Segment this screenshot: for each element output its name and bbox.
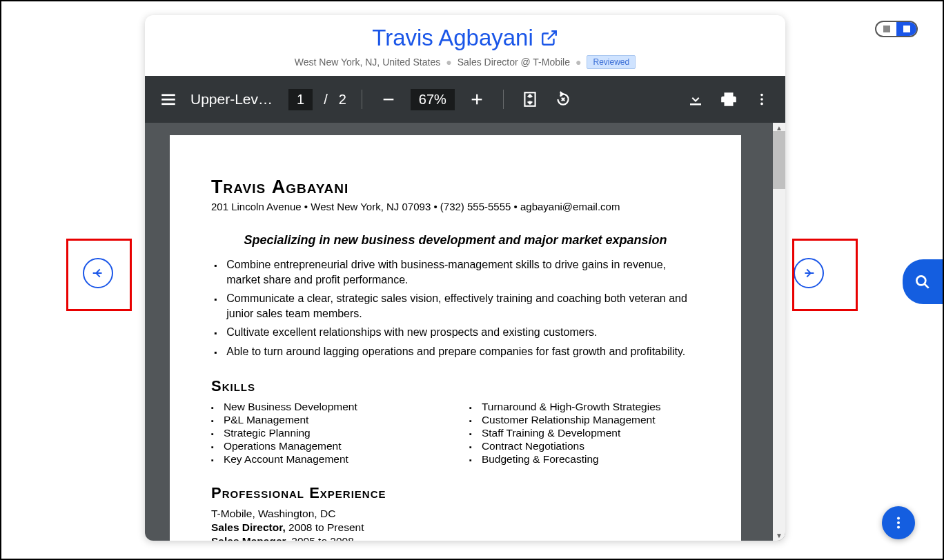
exp-company: T-Mobile, Washington, DC <box>211 508 700 520</box>
skill: Operations Management <box>224 440 342 452</box>
toolbar-divider <box>362 90 362 109</box>
annotation-highlight-left <box>66 239 132 311</box>
resume-viewer-card: Travis Agbayani West New York, NJ, Unite… <box>145 15 785 541</box>
skill: New Business Development <box>224 401 357 413</box>
card-header: Travis Agbayani West New York, NJ, Unite… <box>145 15 785 76</box>
exp-role: Sales Director, 2008 to Present <box>211 521 700 534</box>
rotate-icon[interactable] <box>552 88 574 110</box>
pdf-viewport[interactable]: Travis Agbayani 201 Lincoln Avenue • Wes… <box>145 123 785 541</box>
fab-more-button[interactable] <box>882 506 915 539</box>
more-vertical-icon[interactable] <box>751 88 773 110</box>
candidate-name[interactable]: Travis Agbayani <box>372 25 533 51</box>
toggle-option-left[interactable] <box>876 22 896 36</box>
resume-highlights: Combine entrepreneurial drive with busin… <box>211 257 700 359</box>
toggle-option-right[interactable] <box>896 22 916 36</box>
dot-separator: ● <box>446 57 451 68</box>
svg-rect-7 <box>690 103 701 106</box>
bullet: Combine entrepreneurial drive with busin… <box>226 257 700 287</box>
svg-point-12 <box>897 517 900 520</box>
status-badge: Reviewed <box>587 55 636 69</box>
skill: P&L Management <box>224 414 309 426</box>
pdf-page: Travis Agbayani 201 Lincoln Avenue • Wes… <box>170 135 741 541</box>
skill: Customer Relationship Management <box>482 414 656 426</box>
annotation-highlight-right <box>792 239 858 311</box>
svg-rect-5 <box>476 94 478 105</box>
exp-role: Sales Manager, 2005 to 2008 <box>211 535 700 541</box>
hamburger-icon[interactable] <box>157 88 179 110</box>
skill: Key Account Management <box>224 453 348 466</box>
zoom-level[interactable]: 67% <box>411 89 455 110</box>
svg-rect-2 <box>161 103 175 105</box>
svg-point-13 <box>897 521 900 524</box>
svg-rect-3 <box>383 99 393 100</box>
external-link-icon[interactable] <box>540 29 558 47</box>
skill: Contract Negotiations <box>482 440 584 452</box>
page-total: 2 <box>339 92 346 108</box>
candidate-role: Sales Director @ T-Mobile <box>458 57 570 68</box>
skill: Budgeting & Forecasting <box>482 453 599 466</box>
zoom-in-icon[interactable] <box>466 88 488 110</box>
candidate-meta: West New York, NJ, United States ● Sales… <box>159 55 771 69</box>
skills-grid: New Business Development P&L Management … <box>211 401 700 466</box>
candidate-location: West New York, NJ, United States <box>295 57 440 68</box>
skill: Staff Training & Development <box>482 427 620 439</box>
view-toggle[interactable] <box>875 21 918 37</box>
candidate-name-row: Travis Agbayani <box>372 25 558 51</box>
svg-rect-0 <box>161 94 175 96</box>
skill: Turnaround & High-Growth Strategies <box>482 401 661 413</box>
scrollbar-thumb[interactable] <box>773 131 785 189</box>
bullet: Cultivate excellent relationships with n… <box>226 325 597 340</box>
resume-name: Travis Agbayani <box>211 177 700 198</box>
toolbar-divider <box>503 90 504 109</box>
page-separator: / <box>324 92 328 108</box>
document-title: Upper-Lev… <box>190 91 277 108</box>
experience-title: Professional Experience <box>211 484 700 502</box>
svg-point-11 <box>916 276 925 285</box>
svg-point-14 <box>897 526 900 528</box>
fit-page-icon[interactable] <box>519 88 541 110</box>
svg-point-10 <box>760 103 763 106</box>
download-icon[interactable] <box>685 88 707 110</box>
search-button[interactable] <box>903 259 943 304</box>
bullet: Communicate a clear, strategic sales vis… <box>226 291 700 321</box>
zoom-out-icon[interactable] <box>377 88 400 110</box>
scroll-down-icon[interactable]: ▼ <box>776 532 783 539</box>
resume-contact: 201 Lincoln Avenue • West New York, NJ 0… <box>211 201 700 212</box>
svg-point-9 <box>760 98 763 101</box>
print-icon[interactable] <box>718 88 740 110</box>
resume-tagline: Specializing in new business development… <box>211 233 700 248</box>
skills-title: Skills <box>211 377 700 395</box>
skill: Strategic Planning <box>224 427 311 439</box>
svg-point-8 <box>760 94 763 97</box>
svg-rect-1 <box>161 99 175 101</box>
bullet: Able to turn around lagging operations a… <box>226 344 685 359</box>
page-current[interactable]: 1 <box>288 89 313 110</box>
pdf-toolbar: Upper-Lev… 1 / 2 67% <box>145 76 785 123</box>
dot-separator: ● <box>576 57 581 68</box>
